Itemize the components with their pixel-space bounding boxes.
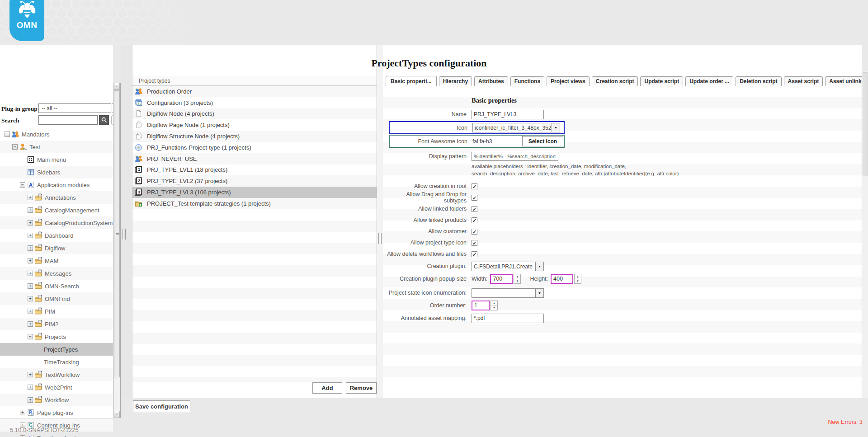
height-stepper[interactable]: ▲▼ bbox=[574, 274, 581, 284]
tree-item-omn-search[interactable]: +OMN-Search bbox=[0, 280, 113, 292]
collapse-icon[interactable]: − bbox=[20, 182, 25, 188]
tree-item-catalogmanagement[interactable]: +CatalogManagement bbox=[0, 204, 113, 216]
list-item-digiflow-page-node-1-projects[interactable]: Digiflow Page Node (1 projects) bbox=[132, 119, 377, 131]
icon-dropdown[interactable]: iconfinder_ic_filter_3_48px_352348.p ▼ bbox=[472, 123, 560, 132]
expand-icon[interactable]: + bbox=[28, 296, 33, 301]
checkbox-allow-creation-in-root[interactable]: ✓ bbox=[472, 183, 477, 189]
list-item-prj-never-use[interactable]: PRJ_NEVER_USE bbox=[132, 153, 377, 164]
list-item-production-order[interactable]: Production Order bbox=[132, 86, 377, 97]
tab-deletion-script[interactable]: Deletion script bbox=[736, 76, 781, 86]
tab-update-order[interactable]: Update order ... bbox=[685, 76, 733, 86]
tree-item-application-modules[interactable]: −AApplication modules bbox=[0, 179, 113, 191]
plugin-group-select[interactable]: -- all -- bbox=[38, 103, 111, 113]
height-field[interactable]: 400 bbox=[551, 274, 573, 284]
list-item-prj-functions-project-type-1-projects[interactable]: PRJ_Functions-Project-type (1 projects) bbox=[132, 142, 377, 153]
tree-item-workflow[interactable]: +Workflow bbox=[0, 394, 113, 406]
checkbox-allow-linked-folders[interactable]: ✓ bbox=[472, 206, 477, 212]
tree-item-test[interactable]: −Test bbox=[0, 141, 113, 153]
list-item-project-test-template-strategies-1-projects[interactable]: PROJECT_Test template strategies (1 proj… bbox=[132, 198, 377, 209]
step-up-icon[interactable]: ▲ bbox=[575, 274, 581, 279]
select-icon-button[interactable]: Select icon bbox=[522, 136, 563, 146]
scrollbar-thumb[interactable] bbox=[114, 90, 120, 377]
search-input[interactable] bbox=[38, 115, 98, 125]
expand-icon[interactable]: + bbox=[28, 258, 33, 263]
tab-asset-script[interactable]: Asset script bbox=[784, 76, 823, 86]
tree-item-mam[interactable]: +MAM bbox=[0, 254, 113, 267]
creation-plugin-dropdown[interactable]: C.FSDetail.PRJ1.Create ▼ bbox=[472, 262, 544, 271]
expand-icon[interactable]: + bbox=[28, 372, 33, 377]
list-item-configuration-3-projects[interactable]: Configuration (3 projects) bbox=[132, 97, 377, 108]
step-up-icon[interactable]: ▲ bbox=[514, 274, 520, 279]
step-down-icon[interactable]: ▼ bbox=[575, 279, 581, 284]
order-number-field[interactable]: 1 bbox=[472, 301, 490, 310]
chevron-down-icon[interactable]: ▼ bbox=[535, 262, 543, 271]
expand-icon[interactable]: + bbox=[28, 309, 33, 314]
remove-button[interactable]: Remove bbox=[346, 382, 377, 394]
step-up-icon[interactable]: ▲ bbox=[491, 301, 497, 306]
tab-update-script[interactable]: Update script bbox=[640, 76, 683, 86]
tree-item-pim2[interactable]: +PIM2 bbox=[0, 318, 113, 330]
tree-item-projects[interactable]: −Projects bbox=[0, 330, 113, 343]
list-item-prj-type-lvl1-18-projects[interactable]: 1PRJ_TYPE_LVL1 (18 projects) bbox=[132, 164, 377, 176]
expand-icon[interactable]: + bbox=[28, 283, 33, 289]
collapse-icon[interactable]: − bbox=[5, 132, 10, 137]
tree-item-textworkflow[interactable]: +TextWorkflow bbox=[0, 368, 113, 381]
panel-splitter[interactable] bbox=[377, 45, 383, 398]
search-button[interactable] bbox=[99, 115, 109, 125]
tab-creation-script[interactable]: Creation script bbox=[592, 76, 638, 86]
sidebar-scrollbar[interactable]: ▲ ▼ bbox=[113, 83, 121, 418]
tab-project-views[interactable]: Project views bbox=[547, 76, 590, 86]
tree-item-main-menu[interactable]: Main menu bbox=[0, 153, 113, 166]
form-scrollbar[interactable] bbox=[862, 71, 868, 398]
checkbox-allow-drag-and-drop-for-subtypes[interactable]: ✓ bbox=[472, 195, 477, 201]
expand-icon[interactable]: + bbox=[28, 220, 33, 226]
new-errors-badge[interactable]: New Errors: 3 bbox=[828, 419, 863, 425]
name-field[interactable] bbox=[472, 110, 544, 119]
tab-attributes[interactable]: Attributes bbox=[474, 76, 508, 86]
list-item-prj-type-lvl3-106-projects[interactable]: 3PRJ_TYPE_LVL3 (106 projects) bbox=[132, 187, 377, 198]
step-down-icon[interactable]: ▼ bbox=[514, 279, 520, 284]
list-item-digiflow-structure-node-4-projects[interactable]: Digiflow Structure Node (4 projects) bbox=[132, 131, 377, 142]
scroll-up-icon[interactable]: ▲ bbox=[114, 83, 120, 90]
tab-hierarchy[interactable]: Hierarchy bbox=[439, 76, 472, 86]
tree-item-dashboard[interactable]: +Dashboard bbox=[0, 229, 113, 242]
order-number-stepper[interactable]: ▲▼ bbox=[491, 301, 498, 310]
tree-item-messages[interactable]: +Messages bbox=[0, 267, 113, 280]
tree-item-pim[interactable]: +PIM bbox=[0, 305, 113, 318]
checkbox-allow-linked-products[interactable]: ✓ bbox=[472, 217, 477, 223]
expand-icon[interactable]: + bbox=[20, 435, 25, 437]
tree-item-annotations[interactable]: +Annotations bbox=[0, 191, 113, 204]
checkbox-allow-project-type-icon[interactable]: ✓ bbox=[472, 240, 477, 246]
checkbox-allow-delete-workflows-and-files[interactable]: ✓ bbox=[472, 251, 477, 257]
expand-icon[interactable]: + bbox=[28, 195, 33, 200]
expand-icon[interactable]: + bbox=[28, 397, 33, 403]
expand-icon[interactable]: + bbox=[28, 271, 33, 276]
state-enum-dropdown[interactable]: ▼ bbox=[472, 288, 544, 298]
tree-item-catalogproductionsystem[interactable]: +CatalogProductionSystem bbox=[0, 216, 113, 229]
scroll-down-icon[interactable]: ▼ bbox=[114, 411, 120, 418]
tree-item-digiflow[interactable]: +Digiflow bbox=[0, 242, 113, 254]
width-stepper[interactable]: ▲▼ bbox=[514, 274, 521, 284]
form-scrollbar-thumb[interactable] bbox=[863, 72, 868, 176]
tab-functions[interactable]: Functions bbox=[510, 76, 544, 86]
tree-item-web2print[interactable]: +Web2Print bbox=[0, 381, 113, 394]
width-field[interactable]: 700 bbox=[490, 274, 513, 284]
expand-icon[interactable]: + bbox=[28, 233, 33, 238]
expand-icon[interactable]: + bbox=[28, 321, 33, 327]
expand-icon[interactable]: + bbox=[28, 245, 33, 251]
tree-item-sidebars[interactable]: Sidebars bbox=[0, 166, 113, 179]
tree-item-omnfind[interactable]: +OMNFind bbox=[0, 292, 113, 305]
display-pattern-field[interactable] bbox=[472, 152, 558, 161]
tree-item-projecttypes[interactable]: ProjectTypes bbox=[0, 343, 113, 356]
annotated-mapping-field[interactable] bbox=[472, 314, 544, 323]
expand-icon[interactable]: + bbox=[28, 385, 33, 390]
list-item-prj-type-lvl2-37-projects[interactable]: 2PRJ_TYPE_LVL2 (37 projects) bbox=[132, 175, 377, 187]
chevron-down-icon[interactable]: ▼ bbox=[535, 289, 543, 297]
chevron-down-icon[interactable]: ▼ bbox=[552, 123, 560, 132]
sidebar-splitter[interactable] bbox=[121, 45, 132, 398]
collapse-icon[interactable]: − bbox=[12, 144, 18, 150]
step-down-icon[interactable]: ▼ bbox=[491, 306, 497, 310]
tree-item-page-plug-ins[interactable]: +PPage plug-ins bbox=[0, 406, 113, 419]
collapse-icon[interactable]: − bbox=[28, 334, 33, 339]
checkbox-allow-customer[interactable]: ✓ bbox=[472, 229, 477, 235]
